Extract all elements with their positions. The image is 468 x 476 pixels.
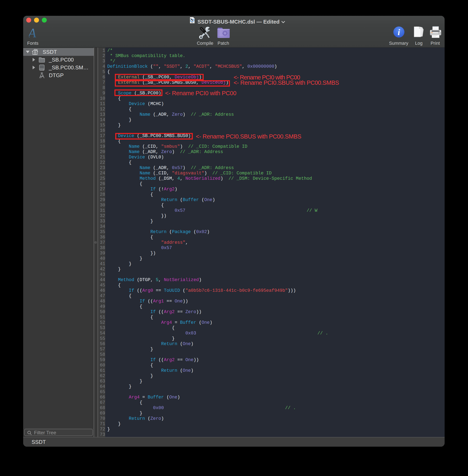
svg-text:DSL: DSL xyxy=(191,22,194,23)
svg-text:A: A xyxy=(29,28,36,38)
svg-text:i: i xyxy=(398,28,400,37)
